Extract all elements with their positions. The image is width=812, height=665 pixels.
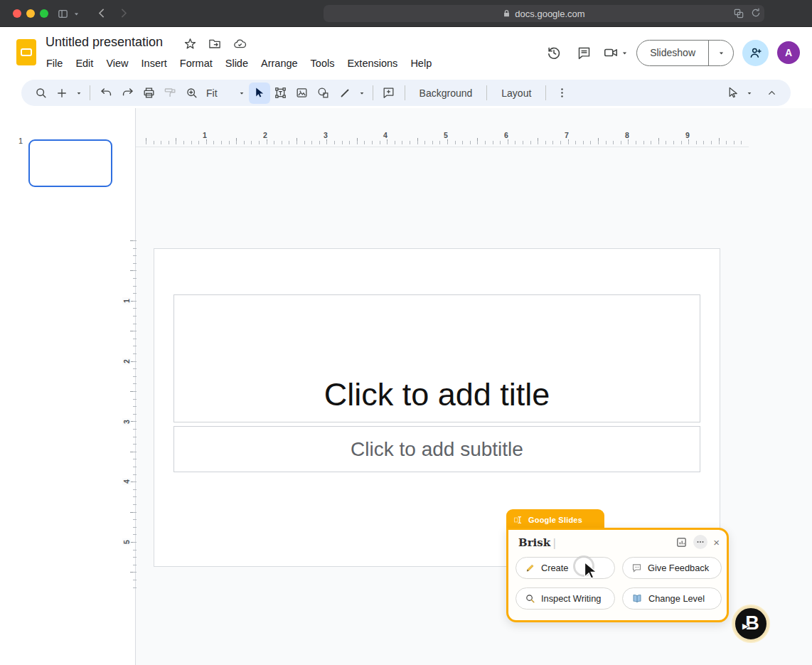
address-bar[interactable]: docs.google.com [324,5,764,22]
text-box-tool[interactable] [270,83,292,104]
insert-image-tool[interactable] [292,83,313,104]
slide-canvas[interactable]: Click to add title Click to add subtitle [154,248,720,567]
toolbar-overflow-button[interactable] [551,83,572,104]
browser-titlebar: docs.google.com [0,0,812,27]
google-slides-logo[interactable] [16,39,36,65]
workspace: 1 1 2 3 4 5 6 7 8 9 1 2 3 4 5 Click to a… [0,108,812,665]
brisk-create-button[interactable]: Create [515,557,615,579]
menu-extensions[interactable]: Extensions [341,55,404,71]
page-settings-icon[interactable] [733,8,744,19]
layout-button[interactable]: Layout [492,83,540,104]
zoom-select[interactable]: Fit [202,83,249,104]
pointer-options-button[interactable] [722,83,743,104]
select-tool[interactable] [249,83,270,104]
subtitle-placeholder-text: Click to add subtitle [351,438,523,461]
title-placeholder[interactable]: Click to add title [173,294,700,422]
brisk-logo-arrow-icon: ▶ [742,622,748,631]
ruler-label: 2 [122,358,131,365]
slideshow-button[interactable]: Slideshow [637,41,708,65]
menu-edit[interactable]: Edit [69,55,100,71]
add-comment-tool[interactable] [378,83,400,104]
slides-logo-inner [21,48,32,56]
move-folder-icon[interactable] [208,37,222,50]
subtitle-placeholder[interactable]: Click to add subtitle [173,426,700,472]
back-button[interactable] [96,7,108,19]
brisk-give-feedback-button[interactable]: Give Feedback [622,557,722,579]
vertical-ruler: 1 2 3 4 5 [125,240,137,590]
brisk-panel-title: Brisk| [518,536,556,549]
ruler-label: 9 [683,131,692,139]
brisk-inspect-writing-button[interactable]: Inspect Writing [515,587,615,610]
slideshow-dropdown[interactable] [709,41,733,65]
url-text: docs.google.com [515,9,584,19]
sidebar-icon[interactable] [57,8,69,20]
chevron-down-icon [76,90,82,96]
star-icon[interactable] [183,37,197,50]
ruler-label: 2 [261,131,269,139]
menu-file[interactable]: File [40,55,69,71]
slideshow-button-group: Slideshow [636,40,734,66]
cloud-saved-icon[interactable] [233,37,247,50]
menu-tools[interactable]: Tools [304,55,341,71]
search-menus-icon[interactable] [30,83,51,104]
horizontal-ruler: 1 2 3 4 5 6 7 8 9 [146,132,749,145]
ruler-label: 6 [502,131,511,139]
close-window-button[interactable] [13,9,21,18]
ruler-label: 7 [562,131,571,139]
brisk-dock-icon[interactable] [675,536,688,548]
account-avatar[interactable]: A [777,41,800,64]
brisk-more-button[interactable] [693,535,707,549]
chevron-down-icon[interactable] [73,11,80,17]
new-slide-button[interactable] [51,83,73,104]
comments-icon[interactable] [573,42,594,63]
brisk-tab-label: Google Slides [528,516,582,524]
menu-insert[interactable]: Insert [135,55,173,71]
brisk-close-button[interactable]: × [713,537,720,548]
toolbar-divider [373,85,373,100]
share-button[interactable] [742,40,769,66]
ruler-baseline [136,147,749,147]
ruler-ticks [133,240,137,590]
app-header: Untitled presentation File Edit View Ins… [0,27,812,78]
ruler-label: 8 [623,131,631,139]
slide-thumbnail-1[interactable] [28,139,112,187]
redo-button[interactable] [117,83,138,104]
chevron-up-icon [766,87,777,98]
reload-icon[interactable] [750,7,762,18]
new-slide-dropdown[interactable] [73,83,85,104]
menu-arrange[interactable]: Arrange [255,55,304,71]
version-history-icon[interactable] [543,42,565,63]
line-dropdown[interactable] [356,83,368,104]
lock-icon [503,9,511,18]
background-button[interactable]: Background [410,83,482,104]
person-add-icon [749,46,763,60]
menu-view[interactable]: View [100,55,134,71]
minimize-window-button[interactable] [26,9,35,18]
toolbar-divider [405,85,405,100]
forward-button[interactable] [117,7,129,19]
fullscreen-window-button[interactable] [40,9,48,18]
menu-slide[interactable]: Slide [219,55,255,71]
ruler-label: 3 [122,418,131,425]
toolbar-divider [90,85,90,100]
insert-line-tool[interactable] [334,83,356,104]
menu-bar: File Edit View Insert Format Slide Arran… [40,55,438,71]
ruler-label: 5 [122,538,131,546]
print-button[interactable] [138,83,159,104]
insert-shape-tool[interactable] [313,83,334,104]
ruler-ticks [146,141,749,144]
slide-thumbnail-number: 1 [18,137,23,145]
undo-button[interactable] [95,83,117,104]
menu-help[interactable]: Help [404,55,438,71]
brisk-change-level-button[interactable]: Change Level [622,587,722,610]
more-vertical-icon [556,87,568,99]
pointer-dropdown[interactable] [744,83,755,104]
meet-camera-icon[interactable] [603,42,628,63]
document-title[interactable]: Untitled presentation [46,35,163,50]
ruler-label: 1 [122,297,131,304]
zoom-in-icon[interactable] [181,83,202,104]
collapse-toolbar-button[interactable] [761,83,782,104]
brisk-logo-button[interactable]: B ▶ [733,606,769,642]
menu-format[interactable]: Format [173,55,219,71]
brisk-panel: Brisk| × Create Give Feedback Inspect Wr… [506,528,729,622]
